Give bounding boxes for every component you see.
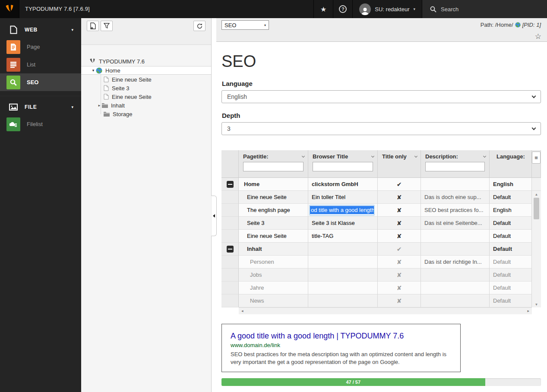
- description-cell[interactable]: [421, 243, 490, 256]
- scroll-right-icon[interactable]: ▸: [527, 309, 529, 313]
- browser-title-cell[interactable]: Ein toller Titel: [308, 191, 378, 204]
- help-button[interactable]: ?: [333, 0, 352, 18]
- description-filter-input[interactable]: [425, 162, 485, 171]
- function-select[interactable]: SEO ▾: [221, 20, 269, 30]
- chevron-down-icon[interactable]: [371, 155, 374, 158]
- title-only-cell[interactable]: ✘: [378, 217, 421, 230]
- browser-title-cell[interactable]: [308, 256, 378, 269]
- table-row[interactable]: Eine neue Seite title-TAG ✘ Default: [221, 230, 541, 243]
- table-row[interactable]: Seite 3 Seite 3 ist Klasse ✘ Das ist ein…: [221, 217, 541, 230]
- scroll-up-icon[interactable]: ▲: [532, 193, 541, 196]
- browser-title-cell[interactable]: Seite 3 ist Klasse: [308, 217, 378, 230]
- module-item-list[interactable]: List: [0, 56, 81, 73]
- tree-node-home[interactable]: ▾ Home: [81, 66, 211, 75]
- table-row[interactable]: Jobs ✘ Default: [221, 269, 541, 281]
- description-cell[interactable]: [421, 294, 490, 307]
- caret-down-icon[interactable]: ▾: [91, 68, 96, 73]
- row-collapse-cell[interactable]: [221, 269, 239, 281]
- tree-node-folder-storage[interactable]: Storage: [81, 110, 211, 118]
- bookmarks-button[interactable]: ★: [313, 0, 333, 18]
- browser-title-cell[interactable]: [308, 294, 378, 307]
- chevron-down-icon[interactable]: [302, 155, 305, 158]
- title-only-cell[interactable]: ✘: [378, 191, 421, 204]
- table-row[interactable]: The english page od title with a good le…: [221, 204, 541, 217]
- description-cell[interactable]: [421, 230, 490, 243]
- row-collapse-cell[interactable]: [221, 256, 239, 269]
- seo-grid: Pagetitle: Browser Title Title only Desc…: [221, 150, 541, 314]
- filter-button[interactable]: [101, 21, 113, 31]
- header-browser-title: Browser Title: [308, 150, 378, 178]
- pagetitle-filter-input[interactable]: [243, 162, 304, 171]
- tree-node-page[interactable]: Eine neue Seite: [81, 92, 211, 101]
- tree-node-page[interactable]: Seite 3: [81, 84, 211, 92]
- topbar-search[interactable]: Search: [422, 0, 547, 18]
- column-menu-button[interactable]: ≡: [532, 152, 541, 164]
- refresh-button[interactable]: [193, 21, 206, 31]
- table-row[interactable]: Personen ✘ Das ist der richtige In... De…: [221, 256, 541, 269]
- row-collapse-cell[interactable]: [221, 217, 239, 230]
- row-collapse-cell[interactable]: [221, 204, 239, 217]
- typo3-logo[interactable]: [0, 0, 19, 18]
- title-only-cell[interactable]: ✘: [378, 230, 421, 243]
- inline-edit-input[interactable]: od title with a good length: [310, 205, 374, 215]
- title-only-cell[interactable]: ✘: [378, 256, 421, 269]
- scroll-down-icon[interactable]: ▼: [532, 303, 541, 307]
- table-row[interactable]: News ✘ Default: [221, 294, 541, 307]
- description-cell[interactable]: Das ist der richtige In...: [421, 256, 490, 269]
- module-item-seo[interactable]: SEO: [0, 73, 81, 91]
- language-cell: Default: [490, 191, 532, 204]
- browser-title-cell[interactable]: od title with a good length: [308, 204, 378, 217]
- scrollbar-thumb[interactable]: [534, 198, 539, 219]
- module-item-filelist[interactable]: Filelist: [0, 115, 81, 133]
- tree-collapse-handle[interactable]: [211, 196, 217, 236]
- description-cell[interactable]: SEO best practices fo...: [421, 204, 490, 217]
- tree-node-page[interactable]: Eine neue Seite: [81, 75, 211, 84]
- row-collapse-cell[interactable]: [221, 281, 239, 294]
- scroll-left-icon[interactable]: ◂: [241, 309, 243, 313]
- description-cell[interactable]: [421, 281, 490, 294]
- title-only-cell[interactable]: ✔: [378, 243, 421, 256]
- description-cell[interactable]: [421, 178, 490, 191]
- chevron-down-icon[interactable]: [414, 155, 417, 158]
- description-cell[interactable]: [421, 269, 490, 281]
- section-web[interactable]: WEB ▾: [0, 22, 81, 38]
- new-page-button[interactable]: [87, 21, 99, 31]
- vertical-scrollbar[interactable]: ▲ ▼: [532, 192, 541, 307]
- chevron-down-icon[interactable]: [483, 155, 486, 158]
- section-file[interactable]: FILE ▾: [0, 99, 81, 115]
- row-collapse-cell[interactable]: [221, 178, 239, 191]
- title-only-cell[interactable]: ✘: [378, 269, 421, 281]
- browser-title-cell[interactable]: [308, 281, 378, 294]
- horizontal-scrollbar[interactable]: ◂ ▸: [239, 307, 532, 314]
- row-collapse-cell[interactable]: [221, 294, 239, 307]
- module-item-label: SEO: [27, 79, 38, 85]
- collapse-all-cell[interactable]: [221, 150, 239, 178]
- language-select[interactable]: English: [221, 90, 541, 103]
- table-row[interactable]: Jahre ✘ Default: [221, 281, 541, 294]
- title-only-cell[interactable]: ✘: [378, 281, 421, 294]
- table-row[interactable]: Inhalt ✔ Default: [221, 243, 541, 256]
- row-collapse-cell[interactable]: [221, 191, 239, 204]
- browser-title-filter-input[interactable]: [313, 162, 373, 171]
- title-only-cell[interactable]: ✘: [378, 204, 421, 217]
- browser-title-cell[interactable]: title-TAG: [308, 230, 378, 243]
- browser-title-cell[interactable]: [308, 243, 378, 256]
- description-cell[interactable]: Das is doch eine sup...: [421, 191, 490, 204]
- row-collapse-cell[interactable]: [221, 243, 239, 256]
- page-icon: [104, 76, 109, 82]
- shortcut-star-button[interactable]: ☆: [535, 32, 541, 41]
- title-only-cell[interactable]: ✔: [378, 178, 421, 191]
- table-row[interactable]: Home clickstorm GmbH ✔ English: [221, 178, 541, 191]
- description-cell[interactable]: Das ist eine Seitenbe...: [421, 217, 490, 230]
- browser-title-cell[interactable]: clickstorm GmbH: [308, 178, 378, 191]
- table-row[interactable]: Eine neue Seite Ein toller Titel ✘ Das i…: [221, 191, 541, 204]
- browser-title-cell[interactable]: [308, 269, 378, 281]
- user-menu[interactable]: SU: redakteur ▾: [352, 0, 422, 18]
- row-collapse-cell[interactable]: [221, 230, 239, 243]
- title-only-cell[interactable]: ✘: [378, 294, 421, 307]
- module-item-page[interactable]: Page: [0, 38, 81, 56]
- tree-node-folder-inhalt[interactable]: ▸ Inhalt: [81, 101, 211, 110]
- caret-right-icon[interactable]: ▸: [97, 103, 102, 107]
- depth-select[interactable]: 3: [221, 122, 541, 135]
- tree-root[interactable]: TYPODUMMY 7.6: [81, 57, 211, 66]
